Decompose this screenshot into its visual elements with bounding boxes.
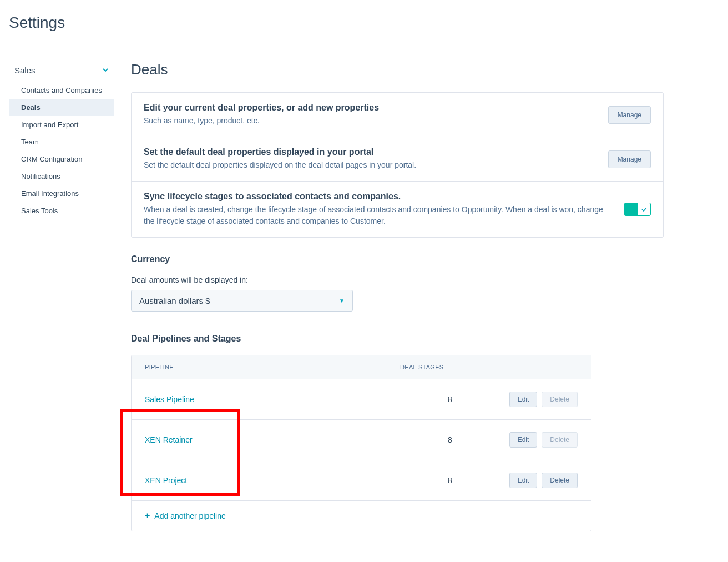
toggle-check-icon — [638, 203, 651, 216]
settings-row-edit-properties: Edit your current deal properties, or ad… — [132, 93, 663, 137]
delete-button[interactable]: Delete — [542, 473, 578, 488]
manage-button[interactable]: Manage — [608, 150, 651, 168]
settings-row-text: Set the default deal properties displaye… — [144, 147, 608, 171]
sidebar-item-deals[interactable]: Deals — [9, 99, 114, 116]
plus-icon: + — [145, 511, 150, 521]
content-title: Deals — [131, 61, 664, 78]
page-title: Settings — [9, 14, 719, 32]
sidebar-item-sales-tools[interactable]: Sales Tools — [9, 202, 114, 219]
pipeline-actions: Edit Delete — [500, 473, 578, 488]
pipeline-table: PIPELINE DEAL STAGES Sales Pipeline 8 Ed… — [131, 355, 592, 531]
pipelines-heading: Deal Pipelines and Stages — [131, 334, 664, 344]
pipeline-table-header: PIPELINE DEAL STAGES — [132, 355, 591, 379]
page-header: Settings — [0, 0, 728, 44]
edit-button[interactable]: Edit — [509, 432, 538, 448]
sidebar-section-label: Sales — [14, 66, 36, 75]
pipeline-actions: Edit Delete — [500, 432, 578, 448]
table-row: XEN Retainer 8 Edit Delete — [132, 420, 591, 460]
column-header-pipeline: PIPELINE — [145, 364, 400, 370]
toggle-on-indicator — [624, 203, 638, 216]
pipeline-table-wrapper: PIPELINE DEAL STAGES Sales Pipeline 8 Ed… — [131, 355, 664, 531]
settings-row-default-properties: Set the default deal properties displaye… — [132, 137, 663, 182]
column-header-stages: DEAL STAGES — [400, 364, 500, 370]
pipeline-name-link[interactable]: XEN Project — [145, 476, 400, 485]
content: Deals Edit your current deal properties,… — [114, 61, 680, 531]
sidebar-item-notifications[interactable]: Notifications — [9, 168, 114, 185]
table-row: Sales Pipeline 8 Edit Delete — [132, 379, 591, 420]
edit-button[interactable]: Edit — [509, 473, 538, 488]
settings-row-text: Edit your current deal properties, or ad… — [144, 103, 608, 127]
sidebar-item-import-export[interactable]: Import and Export — [9, 116, 114, 133]
caret-down-icon: ▼ — [339, 298, 345, 304]
sidebar-item-team[interactable]: Team — [9, 133, 114, 150]
chevron-down-icon — [102, 66, 109, 75]
column-header-actions — [500, 364, 578, 370]
currency-heading: Currency — [131, 254, 664, 264]
settings-row-title: Set the default deal properties displaye… — [144, 147, 592, 157]
edit-button[interactable]: Edit — [509, 392, 538, 407]
settings-row-title: Sync lifecycle stages to associated cont… — [144, 192, 608, 202]
settings-row-title: Edit your current deal properties, or ad… — [144, 103, 592, 113]
table-row: XEN Project 8 Edit Delete — [132, 460, 591, 501]
sidebar-items: Contacts and Companies Deals Import and … — [9, 82, 114, 219]
settings-row-desc: Such as name, type, product, etc. — [144, 115, 592, 127]
settings-row-desc: Set the default deal properties displaye… — [144, 159, 592, 171]
settings-row-sync-lifecycle: Sync lifecycle stages to associated cont… — [132, 182, 663, 237]
sidebar-section-header[interactable]: Sales — [9, 61, 114, 79]
currency-selected-value: Australian dollars $ — [139, 296, 210, 305]
pipeline-stages-count: 8 — [400, 435, 500, 444]
add-pipeline-label: Add another pipeline — [154, 511, 225, 520]
sidebar-item-email-integrations[interactable]: Email Integrations — [9, 185, 114, 202]
manage-button[interactable]: Manage — [608, 106, 651, 124]
delete-button[interactable]: Delete — [542, 392, 578, 407]
pipeline-name-link[interactable]: Sales Pipeline — [145, 395, 400, 404]
currency-field-label: Deal amounts will be displayed in: — [131, 275, 664, 284]
main-container: Sales Contacts and Companies Deals Impor… — [0, 44, 728, 531]
sidebar: Sales Contacts and Companies Deals Impor… — [9, 61, 114, 531]
add-pipeline-button[interactable]: + Add another pipeline — [132, 501, 591, 531]
sidebar-section: Sales Contacts and Companies Deals Impor… — [9, 61, 114, 219]
pipeline-stages-count: 8 — [400, 476, 500, 485]
pipeline-actions: Edit Delete — [500, 392, 578, 407]
currency-select[interactable]: Australian dollars $ ▼ — [131, 290, 353, 312]
sidebar-item-contacts-companies[interactable]: Contacts and Companies — [9, 82, 114, 99]
settings-row-desc: When a deal is created, change the lifec… — [144, 204, 608, 227]
settings-row-text: Sync lifecycle stages to associated cont… — [144, 192, 624, 227]
delete-button[interactable]: Delete — [542, 432, 578, 448]
pipeline-stages-count: 8 — [400, 395, 500, 404]
sync-toggle[interactable] — [624, 203, 651, 216]
settings-group: Edit your current deal properties, or ad… — [131, 92, 664, 238]
sidebar-item-crm-configuration[interactable]: CRM Configuration — [9, 150, 114, 168]
pipeline-name-link[interactable]: XEN Retainer — [145, 435, 400, 444]
